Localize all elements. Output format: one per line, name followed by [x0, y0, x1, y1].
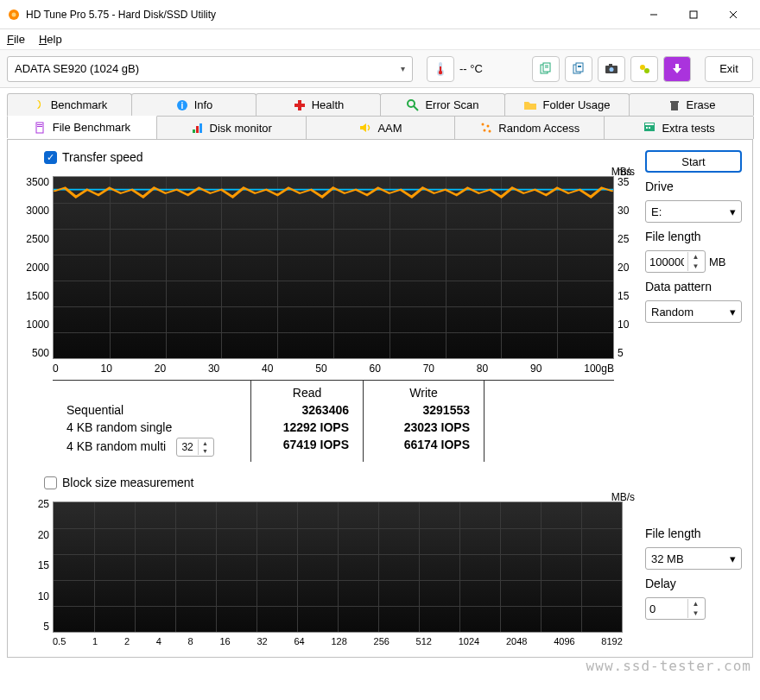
temperature-button[interactable] — [427, 56, 454, 82]
svg-rect-31 — [193, 129, 195, 133]
drive-select[interactable]: ADATA SE920 (1024 gB) ▾ — [7, 56, 413, 82]
transfer-speed-checkbox[interactable]: ✓ — [44, 151, 57, 164]
block-size-checkbox[interactable] — [44, 476, 57, 489]
transfer-speed-label: Transfer speed — [62, 150, 143, 164]
svg-rect-33 — [200, 123, 202, 133]
window-title: HD Tune Pro 5.75 - Hard Disk/SSD Utility — [26, 9, 634, 21]
file-length-label: File length — [645, 230, 742, 243]
svg-rect-3 — [690, 11, 697, 18]
svg-point-1 — [12, 12, 16, 16]
chevron-down-icon: ▾ — [401, 64, 405, 73]
svg-point-20 — [640, 65, 645, 70]
start-button[interactable]: Start — [645, 150, 742, 173]
tab-folder-usage[interactable]: Folder Usage — [504, 93, 630, 116]
svg-text:i: i — [180, 101, 183, 110]
tab-disk-monitor[interactable]: Disk monitor — [156, 117, 307, 139]
copy-data-button[interactable] — [565, 56, 592, 82]
drive-label: Drive — [645, 180, 742, 193]
tab-error-scan[interactable]: Error Scan — [380, 93, 505, 116]
svg-point-35 — [487, 125, 490, 128]
data-pattern-label: Data pattern — [645, 280, 742, 293]
svg-rect-32 — [196, 126, 199, 133]
settings-button[interactable] — [630, 56, 658, 82]
exit-button[interactable]: Exit — [705, 56, 753, 82]
svg-rect-39 — [645, 123, 654, 125]
tab-extra-tests[interactable]: Extra tests — [604, 117, 754, 139]
close-button[interactable] — [713, 2, 753, 28]
svg-line-27 — [414, 106, 418, 110]
data-pattern-select[interactable]: Random▾ — [645, 300, 742, 323]
tab-info[interactable]: iInfo — [131, 93, 256, 116]
maximize-button[interactable] — [674, 2, 713, 28]
file-benchmark-panel: ✓ Transfer speed MB/s 3500 3000 2500 200… — [7, 140, 753, 658]
file-length-spin[interactable]: ▲▼ — [645, 250, 706, 273]
chevron-down-icon: ▾ — [730, 552, 736, 565]
svg-rect-9 — [440, 66, 441, 72]
menu-file[interactable]: File — [7, 33, 25, 46]
block-plot: read write — [53, 501, 623, 633]
svg-point-26 — [408, 100, 415, 107]
toolbar: ADATA SE920 (1024 gB) ▾ -- °C Exit — [0, 50, 760, 88]
content-area: Benchmark iInfo Health Error Scan Folder… — [0, 88, 760, 663]
drive-letter-select[interactable]: E:▾ — [645, 200, 742, 223]
svg-rect-40 — [646, 127, 648, 129]
minimize-button[interactable] — [634, 2, 674, 28]
svg-rect-16 — [578, 66, 581, 67]
block-size-label: Block size measurement — [62, 476, 194, 489]
copy-text-button[interactable] — [532, 56, 560, 82]
tab-aam[interactable]: AAM — [306, 117, 456, 139]
titlebar: HD Tune Pro 5.75 - Hard Disk/SSD Utility — [0, 0, 760, 29]
block-file-length-label: File length — [645, 527, 742, 540]
svg-point-36 — [484, 129, 486, 132]
delay-label: Delay — [645, 577, 742, 590]
menu-help[interactable]: Help — [39, 33, 62, 46]
menubar: File Help — [0, 29, 760, 50]
side-controls: Start Drive E:▾ File length ▲▼ MB Data p… — [645, 150, 742, 646]
svg-point-18 — [610, 67, 614, 72]
transfer-plot — [53, 176, 614, 359]
drive-select-value: ADATA SE920 (1024 gB) — [15, 62, 139, 75]
tab-random-access[interactable]: Random Access — [454, 117, 605, 139]
svg-point-37 — [489, 130, 491, 133]
tab-erase[interactable]: Erase — [629, 93, 754, 116]
app-icon — [7, 8, 21, 22]
svg-point-34 — [482, 123, 484, 126]
tab-row-1: Benchmark iInfo Health Error Scan Folder… — [7, 93, 753, 117]
svg-point-21 — [644, 68, 649, 73]
tab-benchmark[interactable]: Benchmark — [7, 93, 132, 116]
svg-rect-28 — [36, 123, 43, 133]
transfer-chart: MB/s 3500 3000 2500 2000 1500 1000 500 — [18, 167, 638, 375]
svg-rect-29 — [37, 124, 42, 125]
block-file-length-select[interactable]: 32 MB▾ — [645, 547, 742, 570]
block-chart: MB/s 252015105 read write — [18, 493, 638, 648]
results-table: Sequential 4 KB random single 4 KB rando… — [53, 380, 614, 462]
tab-row-2: File Benchmark Disk monitor AAM Random A… — [7, 117, 753, 140]
delay-spin[interactable]: ▲▼ — [645, 597, 706, 620]
screenshot-button[interactable] — [598, 56, 625, 82]
multi-threads-spin[interactable]: ▲▼ — [176, 438, 214, 457]
svg-rect-41 — [649, 127, 650, 129]
watermark: www.ssd-tester.com — [586, 658, 751, 674]
save-button[interactable] — [663, 56, 691, 82]
chevron-down-icon: ▾ — [730, 306, 736, 318]
tab-file-benchmark[interactable]: File Benchmark — [7, 116, 157, 138]
temperature-value: -- °C — [459, 62, 483, 75]
svg-rect-19 — [609, 64, 612, 66]
chevron-down-icon: ▾ — [730, 205, 736, 218]
tab-health[interactable]: Health — [256, 93, 381, 116]
svg-rect-25 — [294, 104, 305, 107]
svg-rect-30 — [37, 126, 42, 127]
